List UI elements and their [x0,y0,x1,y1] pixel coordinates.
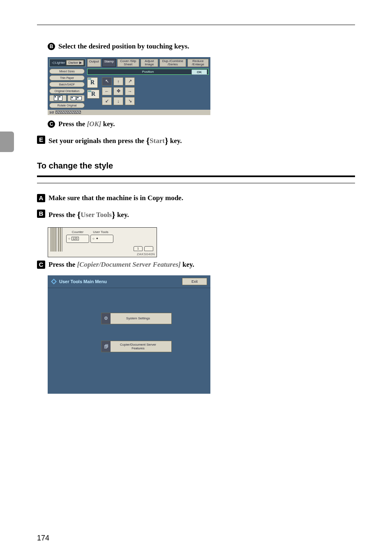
pos-down[interactable]: ↓ [113,97,123,105]
tab-reduce-enlarge[interactable]: Reduce /Enlarge [187,59,209,67]
copier-icon: 🗐 [101,341,111,352]
step5-suffix: key. [170,137,182,145]
usertools-label: User Tools [89,230,112,234]
step-2: B Press the {User Tools} key. [37,209,355,222]
usertools-key[interactable]: ○✦ [90,235,113,243]
opt-batch-sadf[interactable]: Batch/SADF [49,82,85,87]
badge-circle-3: C [48,120,55,128]
substep-b: B Select the desired position by touchin… [48,42,355,51]
figure-ref: ZAKS040N [48,252,157,257]
copier-features-softkey: [Copier/Document Server Features] [77,261,181,268]
step-3: C Press the [Copier/Document Server Feat… [37,260,355,270]
opt-mixed-sizes[interactable]: Mixed Sizes [49,69,85,74]
substep-c-suffix: key. [103,120,115,128]
darker-button[interactable]: Darker ▶ [66,60,83,65]
pos-up-right[interactable]: ↗ [125,77,135,85]
pos-right[interactable]: → [125,87,135,95]
step2-suffix: key. [117,211,129,219]
badge-square-1: A [37,194,45,202]
counter-key[interactable]: ○123 [66,235,89,243]
step-5: E Set your originals then press the {Sta… [37,135,355,148]
step2-prefix: Press the [48,211,77,219]
small-key-2[interactable] [144,246,153,251]
badge-square-2: B [37,210,45,218]
section-tab [0,132,14,152]
screenshot-usertools-menu: User Tools Main Menu Exit ⚙ System Setti… [48,275,210,394]
r-landscape-indicator: R [87,90,99,99]
step3-prefix: Press the [48,261,77,268]
tab-dup-combine[interactable]: Dup./Combine /Series [159,59,186,67]
page-top-rule [37,25,355,25]
step1-text: Make sure that the machine is in Copy mo… [48,193,183,203]
pos-up-left[interactable]: ↖ [102,77,112,85]
badge-circle-2: B [48,43,55,50]
gear-icon: ⚙ [101,313,111,324]
scroll-footer: 1/2 [48,110,210,115]
tab-stamp[interactable]: Stamp [102,59,116,67]
diamond-icon [51,279,57,284]
section-title: To change the style [37,161,355,171]
menu-title: User Tools Main Menu [59,279,182,284]
r-portrait-indicator: R [87,77,98,88]
position-arrow-grid: ↖ ↑ ↗ ← ✥ → ↙ ↓ ↘ [102,77,135,105]
opt-original-orientation[interactable]: Original Orientation [49,88,85,94]
orientation-landscape-pair[interactable] [67,95,85,102]
panel-rib-2 [58,228,62,252]
badge-square-5: E [37,136,45,144]
ok-button[interactable]: OK [191,69,207,75]
section-thin-rule [37,183,355,183]
pos-down-left[interactable]: ↙ [102,97,112,105]
substep-c: C Press the [OK] key. [48,119,355,129]
tab-output[interactable]: Output [87,59,101,67]
pos-center[interactable]: ✥ [113,87,123,95]
pos-up[interactable]: ↑ [113,77,123,85]
position-label-bar: Position OK [87,69,209,75]
section-thick-rule [37,175,355,177]
step3-suffix: key. [182,261,194,268]
system-settings-button[interactable]: ⚙ System Settings [101,313,172,324]
tab-cover-slip[interactable]: Cover /Slip Sheet [117,59,139,67]
lighter-label: Lighter [55,61,65,65]
opt-thin-paper[interactable]: Thin Paper [49,75,85,81]
badge-square-3: C [37,261,45,269]
exit-button[interactable]: Exit [182,278,207,285]
start-key: Start [150,137,165,145]
panel-rib-1 [51,228,57,252]
orientation-portrait-pair[interactable] [49,95,67,102]
density-control[interactable]: ◁ Lighter Darker ▶ [49,59,85,67]
copier-features-label: Copier/Document Server Features [114,343,171,350]
ok-softkey: [OK] [87,120,101,128]
step5-prefix: Set your originals then press the [48,137,146,145]
substep-c-prefix: Press the [58,120,87,128]
opt-rotate-original[interactable]: Rotate Original [49,103,85,108]
usertools-hardkey: User Tools [81,211,112,219]
pos-left[interactable]: ← [102,87,112,95]
screenshot-position-panel: ◁ Lighter Darker ▶ Output Stamp Cover /S… [48,57,210,115]
pos-down-right[interactable]: ↘ [125,97,135,105]
page-number: 174 [37,534,49,542]
screenshot-usertools-key: Counter User Tools ○123 ○✦ 1 ZAKS040N [48,227,157,257]
small-key-1[interactable]: 1 [134,246,143,251]
substep-b-text: Select the desired position by touching … [58,42,189,51]
scroll-indicator[interactable] [55,111,81,114]
tab-adjust-image[interactable]: Adjust Image [141,59,158,67]
counter-label: Counter [66,230,89,234]
system-settings-label: System Settings [114,316,171,320]
copier-features-button[interactable]: 🗐 Copier/Document Server Features [101,341,172,352]
step-1: A Make sure that the machine is in Copy … [37,193,355,203]
